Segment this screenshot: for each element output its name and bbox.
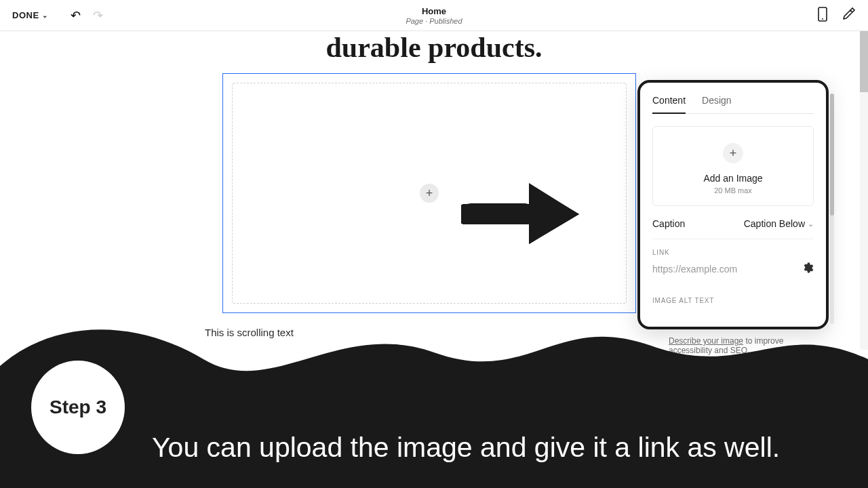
svg-point-1	[822, 18, 823, 20]
page-heading: durable products.	[0, 31, 868, 64]
caption-row[interactable]: Caption Caption Below ⌄	[652, 206, 814, 239]
chevron-down-icon: ⌄	[808, 220, 814, 228]
popover-scrollbar[interactable]	[830, 94, 834, 324]
plus-icon: +	[426, 186, 433, 201]
tutorial-step-label: Step 3	[50, 396, 106, 418]
plus-icon: +	[723, 143, 743, 163]
done-label: DONE	[12, 10, 39, 20]
link-row: https://example.com	[652, 262, 814, 283]
add-image-placeholder-button[interactable]: +	[420, 184, 439, 203]
page-subtitle: Page · Published	[406, 17, 462, 25]
canvas-scrollbar-thumb[interactable]	[860, 31, 868, 92]
caption-dropdown[interactable]: Caption Below ⌄	[744, 218, 814, 229]
popover-scrollbar-thumb[interactable]	[830, 94, 834, 216]
tab-content[interactable]: Content	[652, 95, 686, 114]
add-image-label: Add an Image	[660, 173, 806, 184]
caption-value: Caption Below	[744, 218, 805, 229]
tab-design[interactable]: Design	[702, 95, 732, 113]
tutorial-arrow-icon	[461, 182, 579, 249]
gear-icon[interactable]	[802, 262, 814, 277]
svg-marker-4	[529, 183, 578, 244]
toolbar-left: DONE ⌄ ↶ ↷	[12, 8, 103, 23]
page-title: Home	[406, 6, 462, 16]
undo-redo-group: ↶ ↷	[71, 8, 103, 23]
paintbrush-icon[interactable]	[842, 7, 856, 24]
link-input[interactable]: https://example.com	[652, 264, 737, 274]
chevron-down-icon: ⌄	[42, 12, 48, 19]
done-button[interactable]: DONE ⌄	[12, 10, 47, 20]
editor-canvas: durable products. + This is scrolling te…	[0, 31, 868, 488]
tutorial-step-text: You can upload the image and give it a l…	[152, 429, 816, 466]
image-block-settings-panel: Content Design + Add an Image 20 MB max …	[637, 80, 829, 329]
link-section-label: LINK	[652, 249, 814, 256]
svg-rect-3	[461, 203, 534, 224]
redo-icon[interactable]: ↷	[93, 8, 103, 23]
add-image-sublabel: 20 MB max	[660, 186, 806, 195]
caption-label: Caption	[652, 218, 685, 229]
editor-toolbar: DONE ⌄ ↶ ↷ Home Page · Published	[0, 0, 868, 31]
toolbar-center: Home Page · Published	[406, 6, 462, 25]
toolbar-right	[816, 7, 856, 24]
mobile-preview-icon[interactable]	[816, 7, 829, 24]
alt-text-section-label: IMAGE ALT TEXT	[652, 297, 814, 304]
settings-tabs: Content Design	[652, 95, 814, 114]
add-image-uploader[interactable]: + Add an Image 20 MB max	[652, 126, 814, 206]
undo-icon[interactable]: ↶	[71, 8, 81, 23]
tutorial-step-badge: Step 3	[31, 361, 125, 454]
canvas-scrollbar[interactable]	[860, 31, 868, 350]
